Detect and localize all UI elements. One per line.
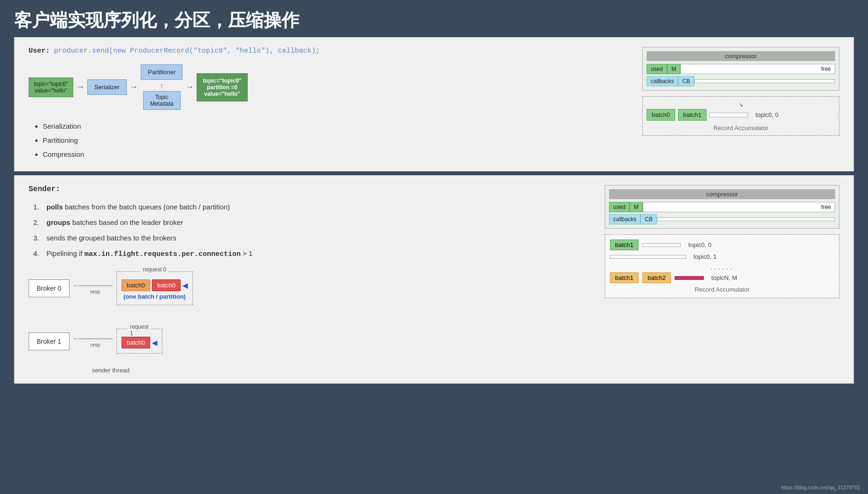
- bottom-left: Sender: 1. polls batches from the batch …: [29, 185, 595, 374]
- accumulator-bottom: batch1 topic0, 0 topic0, 1 ...... batch1…: [605, 234, 839, 298]
- cb-callbacks: callbacks: [647, 76, 678, 86]
- user-code: User: producer.send(new ProducerRecord("…: [29, 47, 633, 55]
- page-title: 客户端实现序列化，分区，压缩操作: [0, 0, 868, 37]
- acc-row-3: batch1 batch2 topicN, M: [610, 272, 834, 283]
- topic-label-top: topic0, 0: [755, 111, 778, 118]
- topic-metadata-box: Topic Metadata: [143, 91, 181, 110]
- compressor-bottom-inner: used M free callbacks CB: [609, 202, 835, 224]
- item-1: 1. polls batches from the batch queues (…: [33, 199, 595, 215]
- numbered-list: 1. polls batches from the batch queues (…: [29, 199, 595, 262]
- memory-row-b: used M free: [609, 202, 835, 212]
- arrow-ptr: ◀: [183, 282, 188, 289]
- item1-bold: polls: [46, 203, 63, 211]
- request0-section: request 0 batch0 batch0 ◀ (one batch / p…: [116, 271, 193, 305]
- cb-empty-b: [657, 217, 835, 221]
- bottom-panel: Sender: 1. polls batches from the batch …: [14, 175, 854, 384]
- acc-batch1-r3: batch1: [610, 272, 639, 283]
- request1-section: request 1 batch0 ◀: [116, 329, 162, 354]
- arrow-ptr2: ◀: [152, 339, 157, 347]
- topic-meta-line1: Topic: [148, 94, 175, 100]
- main-content: User: producer.send(new ProducerRecord("…: [0, 37, 868, 384]
- broker1-arrows: ←—————— resp: [73, 335, 113, 347]
- cb-cb: CB: [678, 76, 694, 86]
- batch-red-0: batch0: [152, 279, 181, 291]
- memory-row: used M free: [647, 64, 835, 74]
- batch-empty: [709, 113, 748, 117]
- partitioner-box: Partitioner: [141, 64, 183, 80]
- broker0-row: Broker 0 ←—————— resp request 0 batch0: [29, 271, 193, 305]
- compressor-title: compressor: [647, 51, 835, 61]
- top-right: compressor used M free callbacks CB: [642, 47, 839, 162]
- topic-meta-line2: Metadata: [148, 100, 175, 107]
- acc-batch2-r3: batch2: [642, 272, 671, 283]
- user-code-text: producer.send(new ProducerRecord("topic0…: [54, 47, 320, 55]
- mem-m-b: M: [630, 202, 643, 212]
- batch-pair: batch0 batch0 ◀: [122, 279, 188, 291]
- acc-topic-r1: topic0, 0: [688, 241, 711, 248]
- cb-empty: [694, 79, 835, 83]
- flow-diagram: topic="topic0" value="hello" → Serialize…: [29, 64, 633, 110]
- acc-empty-r2: [610, 255, 686, 259]
- broker-diagram: Broker 0 ←—————— resp request 0 batch0: [29, 271, 595, 374]
- item-4: 4. Pipelining if max.in.flight.requests.…: [33, 246, 595, 262]
- item-2: 2. groups batches based on the leader br…: [33, 215, 595, 230]
- arrow3: →: [185, 82, 194, 92]
- acc-empty-r1: [642, 243, 681, 247]
- broker-col: Broker 0 ←—————— resp request 0 batch0: [29, 271, 193, 374]
- resp0-label: resp: [90, 289, 100, 294]
- compressor-bottom: compressor used M free callbacks CB: [605, 185, 839, 229]
- mem-free: free: [680, 64, 835, 74]
- output-line1: topic="topic0": [203, 77, 241, 84]
- batch0-label: batch0: [647, 109, 675, 121]
- broker0-arrows: ←—————— resp: [73, 282, 113, 294]
- vert-arrow-meta: ↑: [160, 82, 163, 89]
- bottom-right: compressor used M free callbacks CB: [605, 185, 839, 374]
- item4-bold: max.in.flight.requests.per.connection: [84, 250, 241, 258]
- mem-m: M: [667, 64, 680, 74]
- input-line2: value="hello": [34, 87, 68, 94]
- accumulator-bottom-label: Record Accumulator: [610, 286, 834, 293]
- item-3: 3. sends the grouped batches to the brok…: [33, 230, 595, 246]
- mem-free-b: free: [643, 202, 835, 212]
- top-left: User: producer.send(new ProducerRecord("…: [29, 47, 633, 162]
- output-box: topic="topic0" partition =0 value="hello…: [197, 73, 247, 101]
- sender-thread-label: sender thread: [29, 367, 193, 374]
- acc-row-1: batch1 topic0, 0: [610, 239, 834, 250]
- acc-pink-r3: [675, 276, 704, 280]
- csdn-url: https://blog.csdn.net/qq_31279701: [781, 485, 860, 490]
- broker0-section: Broker 0 ←—————— resp request 0 batch0: [29, 271, 193, 305]
- accumulator-top: ↘ batch0 batch1 topic0, 0 Record Accumul…: [642, 96, 839, 136]
- compressor-top: compressor used M free callbacks CB: [642, 47, 839, 91]
- input-line1: topic="topic0": [34, 81, 68, 87]
- bullet-3: Compression: [43, 147, 633, 162]
- cb-cb-b: CB: [640, 214, 657, 224]
- arrow2: →: [129, 82, 138, 92]
- acc-topic-r2: topic0, 1: [693, 253, 716, 260]
- bullet-1: Serialization: [43, 119, 633, 133]
- dots-row: ......: [610, 263, 834, 271]
- arrow1: →: [76, 82, 84, 92]
- acc-batch1-r1: batch1: [610, 239, 639, 250]
- item2-bold: groups: [46, 218, 70, 226]
- compressor-inner: used M free callbacks CB: [647, 64, 835, 86]
- input-box: topic="topic0" value="hello": [29, 77, 73, 97]
- top-panel: User: producer.send(new ProducerRecord("…: [14, 37, 854, 171]
- serializer-label: Serializer: [94, 84, 120, 91]
- batch1-label: batch1: [678, 109, 707, 121]
- acc-row-2: topic0, 1: [610, 253, 834, 260]
- broker0-box: Broker 0: [29, 279, 69, 297]
- one-batch-label: (one batch / partition): [122, 293, 188, 300]
- cb-row-b: callbacks CB: [609, 214, 835, 224]
- output-line3: value="hello": [203, 91, 241, 97]
- partitioner-label: Partitioner: [148, 69, 175, 76]
- batch-single: batch0 ◀: [122, 337, 157, 348]
- mem-used-b: used: [609, 202, 630, 212]
- accumulator-label-top: Record Accumulator: [647, 124, 835, 131]
- bullet-2: Partitioning: [43, 133, 633, 147]
- broker1-section: Broker 1 ←—————— resp request 1 batch0 ◀: [29, 329, 193, 354]
- broker1-box: Broker 1: [29, 332, 69, 350]
- request1-label: request 1: [128, 324, 151, 337]
- comp-arrow: ↘: [647, 101, 835, 108]
- cb-callbacks-b: callbacks: [609, 214, 640, 224]
- request0-label: request 0: [141, 266, 168, 273]
